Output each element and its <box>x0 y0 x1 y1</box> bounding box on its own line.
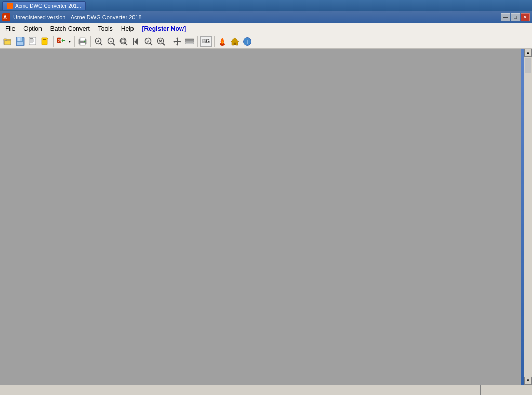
toolbar-zoomin-button[interactable] <box>93 36 104 47</box>
menu-register[interactable]: [Register Now] <box>138 23 190 34</box>
svg-rect-4 <box>5 41 11 45</box>
zoomout-icon <box>107 37 116 46</box>
pan-icon <box>172 37 182 46</box>
svg-rect-14 <box>42 38 47 45</box>
svg-rect-23 <box>80 43 85 45</box>
menu-tools[interactable]: Tools <box>94 23 117 34</box>
svg-rect-3 <box>4 39 7 41</box>
title-left: A Unregistered version - Acme DWG Conver… <box>2 13 142 21</box>
convert-dropdown-arrow[interactable]: ▼ <box>67 36 72 47</box>
layer-icon <box>185 37 194 46</box>
svg-rect-50 <box>185 39 194 41</box>
menu-option[interactable]: Option <box>19 23 46 34</box>
menu-help[interactable]: Help <box>117 23 138 34</box>
status-right-panel <box>480 385 532 395</box>
svg-rect-49 <box>174 41 180 42</box>
scroll-up-button[interactable]: ▲ <box>524 49 532 57</box>
toolbar-separator-2 <box>74 36 75 47</box>
app-icon: A <box>2 13 10 21</box>
menu-batch-convert[interactable]: Batch Convert <box>46 23 94 34</box>
toolbar-open-button[interactable] <box>2 36 14 47</box>
print-icon <box>78 37 87 46</box>
toolbar-prev-button[interactable] <box>130 36 142 47</box>
status-bar <box>0 385 532 395</box>
info-icon: i <box>243 37 252 46</box>
toolbar-separator-1 <box>53 36 54 47</box>
svg-rect-17 <box>43 41 46 41</box>
toolbar-zoomwindow-button[interactable] <box>118 36 129 47</box>
svg-rect-18 <box>43 42 45 42</box>
menu-file[interactable]: File <box>1 23 19 34</box>
toolbar: DWG ▼ <box>0 34 532 49</box>
svg-rect-33 <box>122 40 125 43</box>
svg-point-32 <box>121 38 126 44</box>
svg-rect-7 <box>18 38 20 41</box>
zoomwindow-icon <box>119 37 128 46</box>
toolbar-home-button[interactable] <box>229 36 241 47</box>
svg-rect-10 <box>30 38 33 40</box>
main-content-area[interactable]: ▲ ▼ <box>0 49 532 385</box>
svg-line-43 <box>163 43 165 45</box>
close-button[interactable]: ✕ <box>521 13 530 21</box>
toolbar-zoomout-button[interactable] <box>105 36 117 47</box>
toolbar-separator-6 <box>214 36 215 47</box>
convert-icon: DWG <box>57 37 66 46</box>
taskbar-item-label: Acme DWG Converter 201... <box>15 3 81 9</box>
toolbar-zoomselect-button[interactable] <box>155 36 167 47</box>
prev-icon <box>131 37 141 46</box>
right-accent-bar <box>521 49 524 385</box>
toolbar-export-button[interactable] <box>39 36 51 47</box>
svg-text:A: A <box>147 40 150 43</box>
toolbar-convert-group[interactable]: DWG ▼ <box>56 36 72 47</box>
toolbar-print-button[interactable] <box>77 36 88 47</box>
svg-rect-36 <box>133 38 134 45</box>
menubar: File Option Batch Convert Tools Help [Re… <box>0 23 532 34</box>
window-title: Unregistered version - Acme DWG Converte… <box>13 14 142 20</box>
zoomselect-icon <box>156 37 166 46</box>
toolbar-save-button[interactable] <box>15 36 26 47</box>
app-window: Acme DWG Converter 201... A Unregistered… <box>0 0 532 395</box>
status-left-panel <box>0 385 480 395</box>
open-icon <box>3 37 12 46</box>
toolbar-separator-4 <box>169 36 169 47</box>
flame-icon <box>218 37 227 46</box>
toolbar-bg-button[interactable]: BG <box>200 36 212 47</box>
toolbar-separator-5 <box>197 36 198 47</box>
toolbar-pan-button[interactable] <box>171 36 183 47</box>
svg-rect-16 <box>43 40 46 40</box>
toolbar-zoomall-button[interactable]: A <box>143 36 154 47</box>
taskbar-item[interactable]: Acme DWG Converter 201... <box>2 1 86 10</box>
restore-button[interactable]: □ <box>511 13 520 21</box>
taskbar-app-icon <box>7 3 13 9</box>
svg-marker-35 <box>134 38 138 45</box>
export-icon <box>41 37 50 46</box>
svg-rect-12 <box>30 41 34 41</box>
save-icon <box>16 37 25 46</box>
home-icon <box>230 37 240 46</box>
scroll-thumb[interactable] <box>525 58 531 73</box>
toolbar-info-button[interactable]: i <box>242 36 253 47</box>
svg-point-24 <box>84 40 86 42</box>
svg-rect-51 <box>185 41 194 42</box>
svg-line-39 <box>150 43 152 45</box>
svg-rect-55 <box>234 43 236 45</box>
svg-line-28 <box>100 43 102 45</box>
saveas-icon <box>28 37 37 46</box>
svg-rect-52 <box>185 43 194 44</box>
scroll-track[interactable] <box>524 57 532 377</box>
window-titlebar: A Unregistered version - Acme DWG Conver… <box>0 11 532 23</box>
toolbar-flame-button[interactable] <box>217 36 228 47</box>
toolbar-saveas-button[interactable] <box>27 36 38 47</box>
svg-text:A: A <box>3 15 7 20</box>
svg-rect-11 <box>30 40 34 40</box>
toolbar-layer-button[interactable] <box>184 36 195 47</box>
zoomin-icon <box>94 37 103 46</box>
svg-marker-15 <box>47 38 49 40</box>
scroll-down-button[interactable]: ▼ <box>524 377 532 385</box>
svg-text:i: i <box>247 40 248 45</box>
toolbar-convert-button[interactable]: DWG <box>56 36 67 47</box>
svg-line-31 <box>113 43 115 45</box>
minimize-button[interactable]: — <box>501 13 510 21</box>
svg-rect-22 <box>80 38 85 41</box>
vertical-scrollbar[interactable]: ▲ ▼ <box>524 49 532 385</box>
